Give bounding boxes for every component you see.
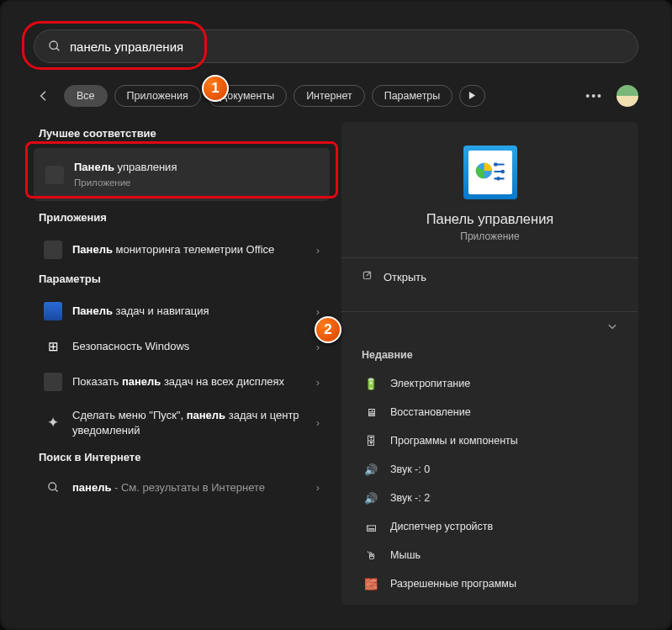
recent-item[interactable]: 🖥Восстановление <box>358 398 622 426</box>
recent-item[interactable]: 🔋Электропитание <box>358 369 622 398</box>
taskbar-icon <box>44 302 62 320</box>
app-result[interactable]: Панель мониторинга телеметрии Office › <box>34 232 330 267</box>
avatar[interactable] <box>616 85 638 107</box>
annotation-badge-2: 2 <box>315 316 341 343</box>
recent-item[interactable]: 🛠Инструменты Windows <box>358 598 622 605</box>
svg-line-1 <box>56 48 59 50</box>
section-best-match: Лучшее соответствие <box>39 127 330 140</box>
open-icon <box>362 270 373 284</box>
filter-internet[interactable]: Интернет <box>294 85 365 107</box>
svg-point-0 <box>50 41 57 49</box>
web-result[interactable]: панель - См. результаты в Интернете › <box>34 472 330 504</box>
detail-panel: Панель управления Приложение Открыть Нед… <box>341 122 638 605</box>
overflow-menu[interactable]: ••• <box>579 89 610 103</box>
chevron-right-icon: › <box>316 244 320 257</box>
filter-all[interactable]: Все <box>64 85 108 107</box>
open-button[interactable]: Открыть <box>358 258 622 296</box>
recent-item-label: Диспетчер устройств <box>390 521 493 532</box>
recent-item-label: Электропитание <box>390 378 470 389</box>
mouse-icon: 🖱 <box>363 548 378 563</box>
search-icon <box>48 40 61 53</box>
devices-icon: 🖴 <box>363 519 378 534</box>
search-input[interactable] <box>70 40 624 54</box>
section-web: Поиск в Интернете <box>39 451 330 463</box>
settings-result[interactable]: Показать панель задач на всех дисплеях › <box>34 364 330 400</box>
back-button[interactable] <box>34 86 54 106</box>
detail-subtitle: Приложение <box>358 230 622 242</box>
expand-toggle[interactable] <box>358 312 622 337</box>
recent-item-label: Разрешенные программы <box>390 578 516 590</box>
recent-item[interactable]: 🔊Звук -: 0 <box>358 455 622 484</box>
programs-icon: 🗄 <box>363 433 378 448</box>
search-box[interactable] <box>34 29 638 63</box>
svg-point-6 <box>493 162 497 167</box>
chevron-right-icon: › <box>316 376 320 389</box>
sound-icon: 🔊 <box>363 462 378 477</box>
recent-item-label: Мышь <box>390 549 421 561</box>
svg-point-2 <box>48 483 56 490</box>
settings-result[interactable]: ⊞ Безопасность Windows › <box>34 329 330 364</box>
power-icon: 🔋 <box>363 376 378 391</box>
recent-item-label: Звук -: 2 <box>390 492 430 504</box>
recent-item-label: Программы и компоненты <box>390 435 518 447</box>
app-icon <box>45 166 64 184</box>
settings-result[interactable]: ✦ Сделать меню "Пуск", панель задач и це… <box>34 400 330 446</box>
filter-settings[interactable]: Параметры <box>372 85 453 107</box>
recent-item[interactable]: 🖴Диспетчер устройств <box>358 512 622 541</box>
section-settings: Параметры <box>39 273 330 285</box>
recent-item-label: Восстановление <box>390 406 471 418</box>
chevron-down-icon <box>606 320 618 332</box>
detail-title: Панель управления <box>358 211 622 227</box>
recent-item[interactable]: 🗄Программы и компоненты <box>358 426 622 455</box>
play-icon <box>468 92 476 99</box>
start-icon: ✦ <box>44 414 62 432</box>
search-icon <box>44 481 62 494</box>
best-title-rest: управления <box>114 161 177 173</box>
best-match-result[interactable]: Панель управления Приложение <box>34 148 330 201</box>
chevron-right-icon: › <box>316 341 320 353</box>
recent-header: Недавние <box>362 349 622 361</box>
filter-apps[interactable]: Приложения <box>114 85 201 107</box>
settings-result[interactable]: Панель задач и навигация › <box>34 294 330 329</box>
section-apps: Приложения <box>39 211 330 224</box>
sound-icon: 🔊 <box>363 490 378 506</box>
chevron-right-icon: › <box>316 416 320 429</box>
recent-item[interactable]: 🧱Разрешенные программы <box>358 569 622 598</box>
open-label: Открыть <box>384 271 426 283</box>
recent-item[interactable]: 🔊Звук -: 2 <box>358 484 622 512</box>
svg-line-3 <box>55 490 57 492</box>
best-subtitle: Приложение <box>74 177 318 190</box>
recent-item[interactable]: 🖱Мышь <box>358 541 622 569</box>
display-icon <box>44 373 62 391</box>
best-title-bold: Панель <box>74 161 114 173</box>
svg-point-10 <box>496 177 500 181</box>
svg-point-8 <box>500 170 505 174</box>
recent-item-label: Звук -: 0 <box>390 463 430 475</box>
chevron-right-icon: › <box>316 305 320 318</box>
shield-icon: ⊞ <box>44 337 62 356</box>
annotation-badge-1: 1 <box>202 75 229 102</box>
chevron-right-icon: › <box>316 481 320 494</box>
firewall-icon: 🧱 <box>363 576 378 591</box>
restore-icon: 🖥 <box>363 405 378 420</box>
filter-row: Все Приложения Документы Интернет Параме… <box>34 85 638 107</box>
control-panel-icon <box>463 146 517 199</box>
app-icon <box>44 241 62 259</box>
filter-more-arrow[interactable] <box>459 85 485 107</box>
